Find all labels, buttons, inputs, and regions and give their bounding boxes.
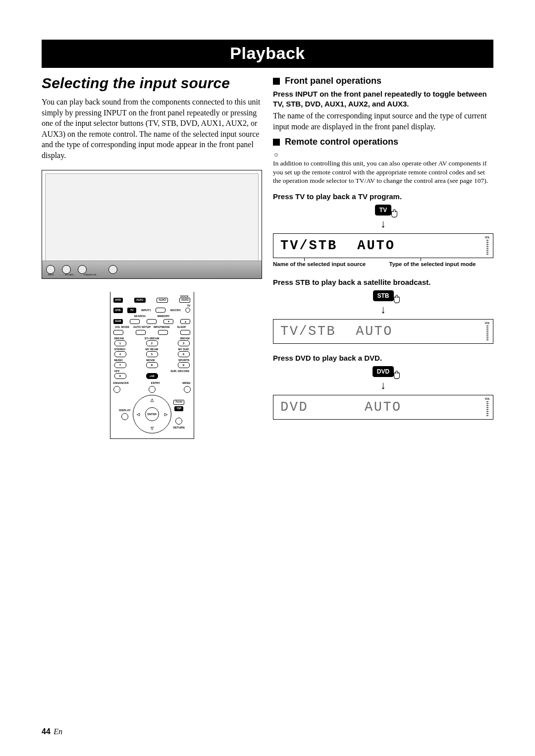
remote-display-label: DISPLAY (119, 409, 130, 412)
remote-btn-tv: TV (127, 308, 136, 313)
remote-num-3: 3 (178, 340, 190, 346)
remote-return-btn (175, 418, 182, 425)
remote-macro-label: MACRO (170, 309, 181, 312)
remote-sleep-btn (180, 330, 190, 335)
pointing-hand-icon (389, 208, 400, 219)
lcd-source-stb: TV/STB (280, 324, 336, 339)
page-number-value: 44 (42, 727, 51, 736)
remote-entry-label: ENTRY (151, 381, 160, 384)
remote-btn-dab: DAB (113, 319, 123, 324)
caption-mode: Type of the selected input mode (389, 261, 494, 268)
lcd-display-dvd: DVD AUTO VOL (273, 395, 493, 420)
remote-volmode-label: VOL MODE (113, 325, 131, 328)
example-stb: Press STB to play back a satellite broad… (273, 278, 493, 344)
square-bullet-icon (273, 78, 280, 85)
caption-source: Name of the selected input source (273, 261, 377, 268)
remote-btn-aux3: AUX3 (179, 298, 191, 303)
left-column: Selecting the input source You can play … (42, 75, 262, 439)
remote-5beam-label: 5BEAM (114, 337, 124, 340)
remote-return-label: RETURN (173, 426, 185, 429)
standby-knob-icon (108, 265, 117, 274)
pointing-hand-icon (391, 294, 402, 305)
remote-tv-label: TV (187, 304, 190, 307)
front-panel-instruction: Press INPUT on the front panel repeatedl… (273, 89, 493, 108)
remote-movie-label: MOVIE (146, 359, 155, 362)
press-tv-line: Press TV to play back a TV program. (273, 192, 493, 201)
arrow-down-icon: ↓ (380, 218, 386, 229)
lcd-source-dvd: DVD (280, 400, 345, 415)
vol-label: VOL (485, 397, 490, 400)
remote-num-6: 6 (178, 351, 190, 357)
remote-num-0: 0 (114, 373, 126, 379)
remote-display-btn (121, 413, 128, 420)
remote-num-5: 5 (146, 351, 158, 357)
remote-sleep-label: SLEEP (173, 325, 191, 328)
pointing-hand-icon (391, 370, 402, 380)
volume-down-knob-icon (62, 265, 71, 274)
lcd-source-tv: TV/STB (280, 238, 337, 253)
section-title: Selecting the input source (42, 75, 262, 92)
remote-input1-label: INPUT1 (141, 309, 151, 312)
chevron-left-icon: ◁ (137, 412, 140, 417)
lcd-vol-meter: VOL (485, 397, 490, 417)
remote-search-label: SEARCH (134, 315, 146, 318)
remote-entry-btn (149, 386, 156, 393)
tv-button-text: TV (379, 207, 387, 214)
press-dvd-line: Press DVD to play back a DVD. (273, 354, 493, 362)
remote-inputmode-btn (158, 330, 168, 335)
remote-memory-down: ▼ (163, 319, 173, 324)
remote-num-7: 7 (114, 362, 126, 368)
front-panel-body: The name of the corresponding input sour… (273, 110, 493, 132)
remote-ops-subhead: Remote control operations (285, 137, 398, 147)
remote-off-label: OFF (114, 370, 120, 373)
remote-music-label: MUSIC (114, 359, 123, 362)
tv-button-label: TV (375, 205, 391, 216)
stb-button-text: STB (377, 292, 389, 299)
remote-tvav-btn: TV/AV (173, 400, 184, 405)
device-front-panel: INPUT − VOLUME + STANDBY/ON (42, 261, 262, 278)
front-panel-subhead: Front panel operations (285, 76, 381, 86)
intro-paragraph: You can play back sound from the compone… (42, 97, 262, 161)
remote-enhancer-label: ENHANCER (113, 381, 129, 384)
lcd-display-tv: TV/STB AUTO VOL (273, 233, 493, 258)
remote-menu-btn (184, 386, 191, 393)
device-standby-label: STANDBY/ON (84, 273, 97, 276)
square-bullet-icon (273, 139, 280, 146)
vol-bar-icon (486, 401, 488, 417)
remote-ysp-btn: YSP (174, 406, 183, 411)
vol-bar-icon (486, 240, 488, 256)
input-knob-icon (46, 265, 55, 274)
remote-memory-up: ▲ (180, 319, 190, 324)
tip-icon: ☼ (273, 150, 493, 158)
remote-3beam-label: 3BEAM (180, 337, 189, 340)
chapter-banner: Playback (42, 40, 493, 68)
dvd-button-text: DVD (377, 368, 389, 375)
lcd-vol-meter: VOL (485, 322, 490, 341)
remote-num-2: 2 (146, 340, 158, 346)
remote-illustration: DOCK DVD AUX1 AUX2 AUX3 TV STB TV INPUT1… (110, 292, 194, 439)
example-tv: Press TV to play back a TV program. TV ↓… (273, 192, 493, 268)
volume-up-knob-icon (78, 265, 87, 274)
chevron-up-icon: △ (151, 398, 154, 402)
remote-menu-label: MENU (182, 381, 190, 384)
page-number: 44 En (42, 727, 62, 736)
remote-autosetup-label: AUTO SETUP (133, 325, 151, 328)
dvd-button-label: DVD (373, 366, 394, 377)
remote-memory-label: MEMORY (158, 315, 170, 318)
remote-surdecode-label: SUR. DECODE (170, 370, 189, 373)
remote-btn-stb: STB (113, 308, 123, 313)
front-panel-illustration: INPUT − VOLUME + STANDBY/ON (42, 170, 262, 279)
remote-btn-aux2: AUX2 (157, 298, 168, 303)
remote-enhancer-btn (113, 386, 120, 393)
lcd-display-stb: TV/STB AUTO VOL (273, 319, 493, 344)
remote-sports-label: SPORTS (178, 359, 190, 362)
remote-search-up (147, 319, 157, 324)
remote-macro-btn (185, 308, 190, 313)
lcd-mode-tv: AUTO (357, 238, 395, 253)
remote-inputmode-label: INPUTMODE (153, 325, 171, 328)
remote-autosetup-btn (136, 330, 146, 335)
remote-ops-note: In addition to controlling this unit, yo… (273, 159, 493, 185)
remote-st3beam-label: ST+3BEAM (145, 337, 160, 340)
lcd-vol-meter: VOL (485, 236, 490, 256)
remote-mybeam-label: MY BEAM (145, 348, 158, 351)
